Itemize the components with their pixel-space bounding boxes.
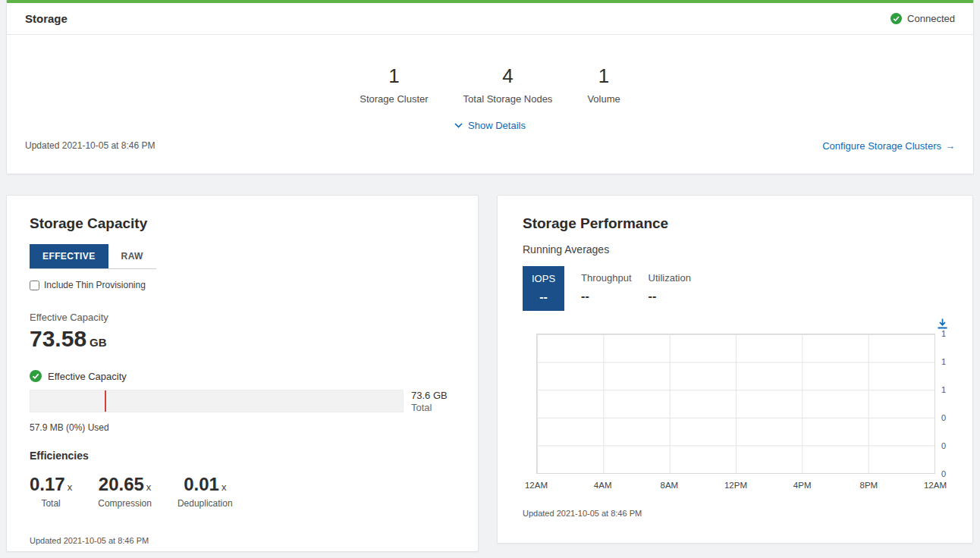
y-tick-label: 1 — [941, 385, 946, 394]
storage-card-header: Storage Connected — [7, 3, 973, 35]
chart-toolbar — [523, 318, 947, 329]
efficiency-label: Compression — [98, 498, 152, 509]
stat-storage-cluster: 1 Storage Cluster — [360, 65, 428, 105]
performance-subtitle: Running Averages — [523, 243, 947, 255]
y-tick-label: 0 — [941, 441, 946, 450]
efficiency-deduplication: 0.01 x Deduplication — [177, 474, 233, 509]
capacity-total: 73.6 GB Total — [411, 390, 455, 415]
storage-performance-card: Storage Performance Running Averages IOP… — [497, 195, 973, 544]
capacity-usage-bar — [30, 390, 404, 412]
efficiency-suffix: x — [68, 481, 73, 493]
stat-value: 4 — [463, 65, 553, 87]
tab-raw[interactable]: RAW — [108, 244, 156, 268]
efficiency-label: Total — [30, 498, 72, 509]
performance-tab-strip: IOPS -- Throughput -- Utilization -- — [523, 266, 947, 311]
thin-provisioning-label: Include Thin Provisioning — [44, 280, 146, 290]
dashboard-cards-row: Storage Capacity EFFECTIVE RAW Include T… — [6, 195, 974, 552]
thin-provisioning-checkbox[interactable] — [30, 281, 39, 290]
y-tick-label: 0 — [941, 469, 946, 478]
effective-capacity-value-row: 73.58 GB — [30, 326, 455, 352]
y-tick-label: 1 — [941, 329, 946, 338]
storage-stats-row: 1 Storage Cluster 4 Total Storage Nodes … — [7, 65, 973, 105]
efficiency-value: 0.01 — [184, 474, 219, 495]
efficiency-label: Deduplication — [177, 498, 233, 509]
tab-throughput[interactable]: Throughput -- — [581, 266, 632, 311]
tab-throughput-label: Throughput — [581, 272, 632, 284]
efficiency-value-row: 0.01 x — [177, 474, 233, 495]
capacity-used-label: 57.9 MB (0%) Used — [30, 422, 455, 433]
capacity-bar-header: Effective Capacity — [30, 370, 455, 382]
stat-label: Storage Cluster — [360, 93, 428, 105]
capacity-bar-row: 73.6 GB Total — [30, 390, 455, 415]
connection-status-label: Connected — [907, 13, 955, 24]
x-tick-label: 8PM — [860, 481, 878, 490]
x-tick-label: 12AM — [525, 481, 548, 490]
thin-provisioning-row: Include Thin Provisioning — [30, 280, 455, 290]
iops-chart: 1 1 1 0 0 0 12AM 4AM 8AM 12PM 4PM 8PM 12… — [536, 334, 935, 474]
capacity-value: 73.58 — [30, 326, 86, 352]
configure-link-label: Configure Storage Clusters — [822, 140, 941, 152]
connection-status: Connected — [890, 13, 955, 24]
chart-plot-area — [536, 334, 935, 474]
performance-card-title: Storage Performance — [523, 215, 947, 232]
tab-iops[interactable]: IOPS -- — [523, 266, 564, 311]
x-tick-label: 12AM — [924, 481, 947, 490]
tab-utilization-value: -- — [649, 290, 691, 303]
check-circle-icon — [890, 13, 902, 24]
arrow-right-icon: → — [945, 140, 955, 152]
stat-volume: 1 Volume — [587, 65, 620, 105]
x-tick-label: 4PM — [793, 481, 812, 490]
show-details-link[interactable]: Show Details — [7, 120, 973, 131]
stat-label: Total Storage Nodes — [463, 93, 553, 105]
efficiency-value: 0.17 — [30, 474, 65, 495]
storage-updated-timestamp: Updated 2021-10-05 at 8:46 PM — [25, 140, 155, 151]
x-tick-label: 12PM — [724, 481, 747, 490]
capacity-total-value: 73.6 GB — [411, 390, 455, 402]
performance-updated-timestamp: Updated 2021-10-05 at 8:46 PM — [523, 509, 947, 518]
capacity-updated-timestamp: Updated 2021-10-05 at 8:46 PM — [30, 536, 455, 545]
efficiency-value-row: 0.17 x — [30, 474, 72, 495]
x-tick-label: 8AM — [661, 481, 679, 490]
efficiency-compression: 20.65 x Compression — [98, 474, 152, 509]
capacity-unit: GB — [90, 336, 107, 349]
configure-storage-clusters-link[interactable]: Configure Storage Clusters → — [822, 140, 955, 152]
stat-total-storage-nodes: 4 Total Storage Nodes — [463, 65, 553, 105]
dashboard-page: Storage Connected 1 Storage Cluster 4 To… — [0, 0, 980, 558]
stat-label: Volume — [587, 93, 620, 105]
efficiencies-title: Efficiencies — [30, 450, 455, 462]
capacity-total-label: Total — [411, 402, 455, 414]
stat-value: 1 — [360, 65, 428, 87]
efficiency-value-row: 20.65 x — [98, 474, 152, 495]
capacity-threshold-marker — [105, 390, 106, 412]
capacity-tab-strip: EFFECTIVE RAW — [30, 244, 156, 269]
efficiency-suffix: x — [221, 481, 227, 493]
download-icon[interactable] — [938, 318, 947, 329]
efficiency-suffix: x — [146, 481, 152, 493]
tab-iops-label: IOPS — [532, 273, 555, 284]
y-tick-label: 0 — [941, 413, 946, 422]
storage-summary-card: Storage Connected 1 Storage Cluster 4 To… — [6, 0, 974, 174]
efficiencies-row: 0.17 x Total 20.65 x Compression 0.01 x — [30, 474, 455, 509]
efficiency-total: 0.17 x Total — [30, 474, 72, 509]
tab-utilization[interactable]: Utilization -- — [649, 266, 691, 311]
show-details-label: Show Details — [468, 120, 526, 131]
capacity-bar-title: Effective Capacity — [48, 371, 127, 382]
check-circle-icon — [30, 370, 42, 382]
tab-utilization-label: Utilization — [649, 272, 691, 284]
chevron-down-icon — [454, 123, 463, 128]
x-tick-label: 4AM — [594, 481, 612, 490]
tab-effective[interactable]: EFFECTIVE — [30, 244, 108, 268]
tab-iops-value: -- — [532, 290, 555, 304]
capacity-card-title: Storage Capacity — [30, 215, 455, 232]
stat-value: 1 — [587, 65, 620, 87]
storage-card-footer: Updated 2021-10-05 at 8:46 PM Configure … — [7, 140, 973, 152]
efficiency-value: 20.65 — [99, 474, 144, 495]
tab-throughput-value: -- — [581, 290, 632, 303]
effective-capacity-label: Effective Capacity — [30, 312, 455, 323]
y-tick-label: 1 — [941, 357, 946, 366]
storage-capacity-card: Storage Capacity EFFECTIVE RAW Include T… — [6, 195, 479, 552]
storage-card-title: Storage — [25, 12, 68, 25]
